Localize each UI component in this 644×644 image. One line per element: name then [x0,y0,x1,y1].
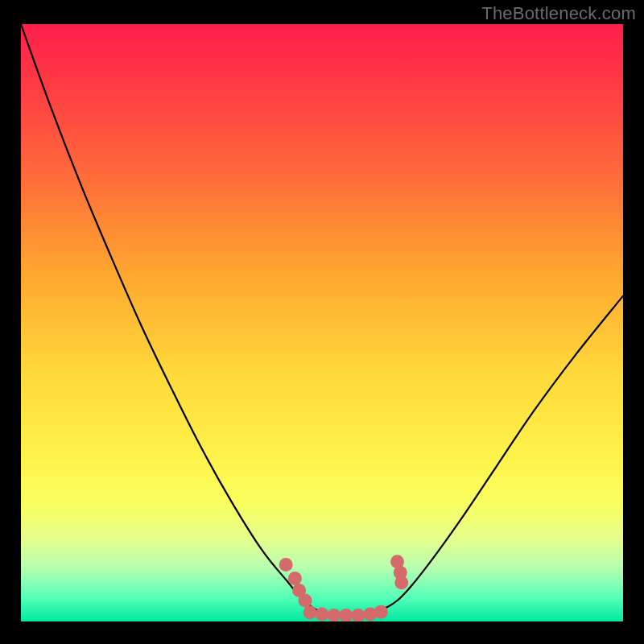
plot-area [21,24,623,621]
gradient-background [21,24,623,621]
chart-frame: TheBottleneck.com [0,0,644,644]
attribution-label: TheBottleneck.com [481,3,636,24]
